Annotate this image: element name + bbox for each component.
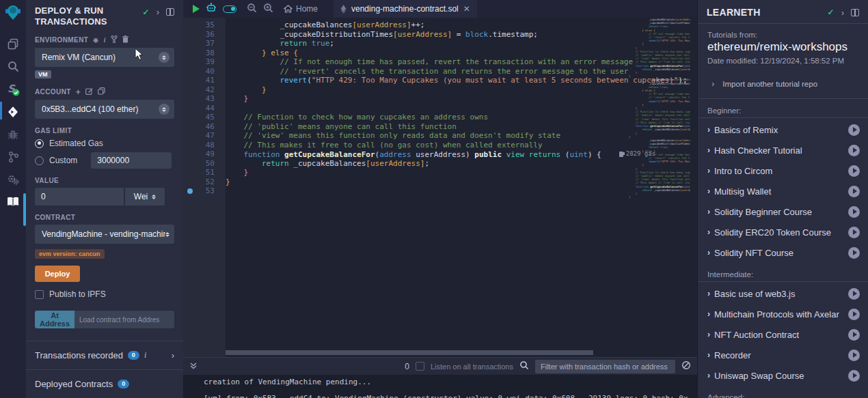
code-line[interactable]: 49 function getCupcakeBalanceFor(address… <box>183 150 697 159</box>
plugin-manager-icon[interactable] <box>0 168 26 190</box>
code-editor[interactable]: 35 _cupcakeBalances[userAddress]++;36 _c… <box>183 18 697 357</box>
play-tutorial-button[interactable] <box>848 370 860 382</box>
line-number[interactable]: 45 <box>183 113 215 122</box>
custom-gas-option[interactable]: Custom <box>35 152 174 169</box>
deploy-run-icon[interactable] <box>0 100 26 123</box>
terminal-scrollbar[interactable] <box>692 375 696 398</box>
listen-all-checkbox[interactable] <box>416 362 424 371</box>
editor-minimap[interactable]: _cupcakeBalances[userAddress]++; _cupcak… <box>629 18 690 217</box>
run-script-icon[interactable] <box>193 5 200 13</box>
tutorial-item[interactable]: ›Solidity NFT Course <box>698 242 868 263</box>
account-select[interactable]: 0x5B3...eddC4 (100 ether) <box>35 100 174 119</box>
tutorial-item[interactable]: ›Solidity Beginner Course <box>698 201 868 222</box>
publish-ipfs-option[interactable]: Publish to IPFS <box>35 289 174 299</box>
code-line[interactable]: 45 // Function to check how many cupcake… <box>183 113 697 122</box>
import-tutorial-repo[interactable]: › Import another tutorial repo <box>698 69 868 99</box>
at-address-button[interactable]: At Address <box>35 311 74 328</box>
panel-pin-icon[interactable] <box>851 9 859 16</box>
line-number[interactable]: 44 <box>183 104 215 113</box>
line-number[interactable]: 52 <box>183 177 215 187</box>
line-number[interactable]: 39 <box>183 57 215 67</box>
line-number[interactable]: 35 <box>183 20 215 30</box>
code-line[interactable]: 39 // If not enough time has passed, rev… <box>183 57 697 67</box>
solidity-compiler-icon[interactable]: S <box>0 78 26 100</box>
search-transactions-icon[interactable] <box>519 360 529 373</box>
tutorial-item[interactable]: ›NFT Auction Contract <box>698 324 868 345</box>
clear-console-icon[interactable] <box>681 360 691 373</box>
code-line[interactable]: 38 } else { <box>183 48 697 58</box>
play-tutorial-button[interactable] <box>848 165 860 177</box>
breakpoint-dot[interactable] <box>187 188 193 194</box>
play-tutorial-button[interactable] <box>848 247 860 259</box>
remix-logo-icon[interactable] <box>0 0 26 25</box>
file-explorer-icon[interactable] <box>0 33 26 55</box>
panel-expand-icon[interactable]: › <box>157 7 159 17</box>
copilot-toggle[interactable] <box>223 5 236 13</box>
edit-icon[interactable] <box>85 87 93 96</box>
horizontal-scrollbar[interactable] <box>226 350 593 355</box>
tutorial-item[interactable]: ›Multisig Wallet <box>698 181 868 201</box>
custom-gas-radio[interactable] <box>35 156 44 165</box>
code-line[interactable]: 36 _cupcakeDistributionTimes[userAddress… <box>183 30 697 40</box>
tutorial-item[interactable]: ›Multichain Protocols with Axelar <box>698 304 868 324</box>
play-tutorial-button[interactable] <box>848 186 860 197</box>
learneth-icon[interactable] <box>0 190 26 213</box>
add-account-icon[interactable]: + <box>76 88 81 96</box>
line-number[interactable]: 36 <box>183 30 215 40</box>
value-unit-select[interactable]: Wei <box>125 188 165 205</box>
line-number[interactable]: 50 <box>183 159 215 169</box>
copy-icon[interactable] <box>98 87 105 96</box>
line-number[interactable]: 48 <box>183 141 215 150</box>
collapse-terminal-icon[interactable] <box>189 360 198 373</box>
tab-vending-machine-contract[interactable]: vending-machine-contract.sol ✕ <box>334 0 477 18</box>
tutorial-item[interactable]: ›Intro to Circom <box>698 160 868 181</box>
search-icon[interactable] <box>0 55 26 78</box>
line-number[interactable]: 47 <box>183 131 215 141</box>
play-tutorial-button[interactable] <box>848 145 860 156</box>
code-line[interactable]: 40 // 'revert' cancels the transaction a… <box>183 67 697 76</box>
play-tutorial-button[interactable] <box>848 288 860 300</box>
publish-ipfs-checkbox[interactable] <box>35 290 44 299</box>
transactions-recorded-row[interactable]: Transactions recorded 0 i › <box>26 341 183 369</box>
delete-icon[interactable] <box>122 35 128 44</box>
code-line[interactable]: 42 } <box>183 85 697 95</box>
line-number[interactable]: 49 <box>183 150 215 159</box>
code-line[interactable]: 52} <box>183 177 697 187</box>
terminal-output[interactable]: creation of VendingMachine pending... [v… <box>183 375 697 398</box>
play-tutorial-button[interactable] <box>848 350 860 361</box>
value-input[interactable] <box>35 188 124 205</box>
zoom-out-icon[interactable] <box>247 3 257 16</box>
code-line[interactable]: 51 } <box>183 168 697 177</box>
line-number[interactable]: 46 <box>183 122 215 132</box>
line-number[interactable]: 38 <box>183 48 215 58</box>
transaction-filter-input[interactable] <box>535 360 675 373</box>
play-tutorial-button[interactable] <box>848 227 860 238</box>
code-line[interactable]: 46 // 'public' means anyone can call thi… <box>183 122 697 132</box>
tutorial-item[interactable]: ›Recorder <box>698 345 868 365</box>
home-tab[interactable]: Home <box>280 4 322 14</box>
contract-select[interactable]: VendingMachine - vending-machin <box>35 225 174 244</box>
code-line[interactable]: 41 revert("HTTP 429: Too Many Cupcakes (… <box>183 76 697 85</box>
git-icon[interactable] <box>0 145 26 168</box>
tutorial-item[interactable]: ›Basics of Remix <box>698 119 868 140</box>
estimated-gas-radio[interactable] <box>35 139 44 148</box>
play-tutorial-button[interactable] <box>848 329 860 341</box>
environment-select[interactable]: Remix VM (Cancun) <box>35 48 174 67</box>
code-line[interactable]: 47 // 'view' means this function only re… <box>183 131 697 141</box>
line-number[interactable]: 40 <box>183 67 215 76</box>
code-line[interactable]: 37 return true; <box>183 39 697 48</box>
play-tutorial-button[interactable] <box>848 309 860 320</box>
tutorial-item[interactable]: ›Hash Checker Tutorial <box>698 140 868 160</box>
info-icon[interactable]: i <box>144 350 146 360</box>
code-line[interactable]: 53 <box>183 186 697 196</box>
code-line[interactable]: 48 // This makes it free to call (no gas… <box>183 141 697 150</box>
tutorial-item[interactable]: ›Basic use of web3.js <box>698 283 868 304</box>
deploy-button[interactable]: Deploy <box>35 266 80 282</box>
line-number[interactable]: 51 <box>183 168 215 177</box>
estimated-gas-option[interactable]: Estimated Gas <box>35 139 174 148</box>
line-number[interactable]: 42 <box>183 85 215 95</box>
code-line[interactable]: 44 <box>183 104 697 113</box>
code-line[interactable]: 50 return _cupcakeBalances[userAddress]; <box>183 159 697 169</box>
debugger-icon[interactable] <box>0 123 26 145</box>
line-number[interactable]: 37 <box>183 39 215 48</box>
